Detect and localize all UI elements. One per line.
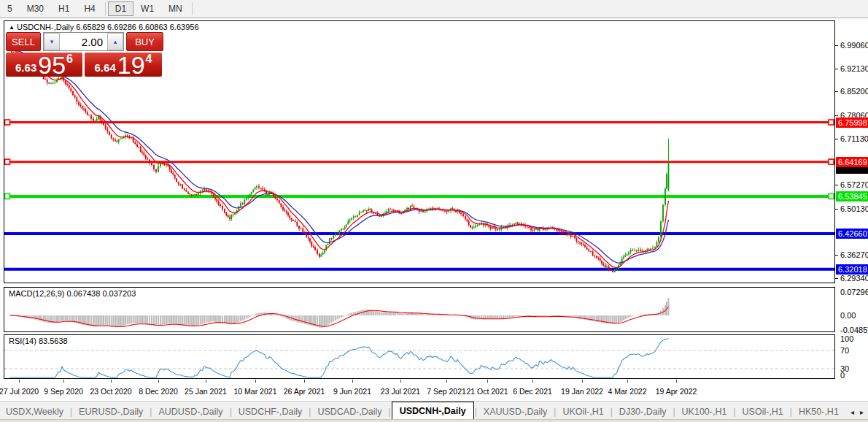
candle-body [364, 210, 365, 211]
date-axis-label: 9 Jun 2021 [333, 387, 371, 396]
candle-body [298, 226, 300, 229]
chart-tab-dj30[interactable]: DJ30-,Daily [613, 404, 673, 420]
chart-tab-uk100[interactable]: UK100-,H1 [676, 404, 733, 420]
price-axis-label: 6.71130 [840, 134, 868, 143]
line-handle-icon[interactable] [829, 120, 834, 125]
chart-tab-audusd[interactable]: AUDUSD-,Daily [152, 404, 228, 420]
volume-increase-icon[interactable]: ▴ [107, 33, 123, 50]
sell-button[interactable]: SELL [6, 32, 41, 51]
candle-body [66, 84, 68, 85]
timeframe-button-h4[interactable]: H4 [77, 1, 102, 16]
chart-tab-usdchf[interactable]: USDCHF-,Daily [233, 404, 309, 420]
timeframe-button-d1[interactable]: D1 [108, 1, 133, 16]
candle-body [247, 197, 249, 198]
volume-decrease-icon[interactable]: ▾ [44, 33, 60, 50]
candle-body [390, 210, 391, 210]
candle-body [393, 210, 395, 211]
candle-body [488, 226, 489, 227]
candle-body [342, 229, 344, 229]
ask-quote[interactable]: 6.64 19 4 [85, 53, 162, 77]
candle-body [213, 193, 214, 196]
macd-axis-label: 0.072963 [840, 288, 868, 296]
date-tick [446, 380, 447, 383]
candle-body [302, 229, 303, 233]
candle-body [576, 238, 577, 241]
candle-body [328, 244, 329, 245]
rsi-canvas[interactable] [4, 335, 834, 378]
candle-body [82, 106, 83, 109]
candle-body [194, 194, 195, 196]
bid-pip-digit: 6 [66, 53, 73, 66]
candle-body [274, 196, 276, 199]
candle-body [527, 226, 528, 227]
timeframe-button-mn[interactable]: MN [161, 1, 190, 16]
candle-body [198, 193, 199, 195]
chart-tab-usdx[interactable]: USDX,Weekly [0, 404, 69, 420]
candle-body [612, 270, 613, 272]
candle-body [465, 216, 466, 219]
candle-body [151, 163, 152, 165]
candle-body [588, 249, 589, 250]
chart-tab-usdcad[interactable]: USDCAD-,Daily [311, 404, 387, 420]
candle-body [93, 119, 94, 121]
buy-button[interactable]: BUY [126, 32, 163, 51]
tab-separator: | [733, 407, 735, 417]
candle-body [499, 229, 500, 230]
timeframe-button-5[interactable]: 5 [0, 1, 20, 16]
candle-body [592, 252, 594, 256]
candle-body [616, 269, 617, 269]
candle-body [149, 159, 150, 163]
line-handle-icon[interactable] [5, 193, 10, 199]
line-handle-icon[interactable] [829, 193, 834, 199]
timeframe-button-w1[interactable]: W1 [133, 1, 161, 16]
tab-scroll-arrows: ◂▸ [850, 408, 864, 416]
candle-body [468, 220, 470, 225]
candle-body [105, 125, 106, 129]
date-tick [304, 380, 305, 383]
candle-body [475, 226, 476, 227]
candle-body [490, 227, 492, 229]
date-axis-label: 7 Sep 2021 [427, 387, 466, 396]
bid-quote[interactable]: 6.63 95 6 [6, 53, 82, 77]
candle-body [351, 218, 352, 220]
price-axis[interactable]: 6.990606.921306.852006.780606.711306.572… [835, 20, 868, 385]
price-axis-label: 6.99060 [840, 41, 868, 50]
candle-body [251, 192, 252, 193]
tab-scroll-right-icon[interactable]: ▸ [860, 408, 864, 416]
chart-tab-ukoil[interactable]: UKOil-,H1 [557, 404, 609, 420]
candle-body [120, 139, 121, 139]
date-tick [487, 380, 488, 383]
chart-tab-usoil[interactable]: USOil-,H1 [737, 404, 789, 420]
date-tick [582, 380, 583, 383]
timeframe-button-h1[interactable]: H1 [51, 1, 77, 16]
chart-tab-usdcnh[interactable]: USDCNH-,Daily [392, 402, 474, 421]
rsi-axis-label: 70 [840, 346, 849, 355]
candle-body [535, 229, 537, 230]
chart-tab-eurusd[interactable]: EURUSD-,Daily [73, 404, 149, 420]
price-axis-label: 6.85200 [840, 87, 868, 96]
one-click-trading-panel: SELL ▾ 2.00 ▴ BUY 6.63 95 6 6.64 19 4 [6, 32, 163, 77]
candle-body [182, 184, 183, 188]
candle-body [90, 115, 92, 119]
tab-scroll-left-icon[interactable]: ◂ [850, 408, 854, 416]
volume-field[interactable]: 2.00 [60, 33, 107, 50]
chart-tab-xauusd[interactable]: XAUUSD-,Daily [478, 404, 554, 420]
date-tick [19, 380, 20, 383]
date-tick [400, 380, 401, 383]
candle-body [116, 141, 117, 142]
rsi-axis-label: 0 [840, 371, 845, 380]
tab-separator: | [309, 407, 311, 417]
date-axis-label: 4 Mar 2022 [608, 387, 646, 396]
candle-body [660, 221, 662, 237]
line-handle-icon[interactable] [5, 159, 10, 164]
line-handle-icon[interactable] [829, 159, 834, 164]
chart-tab-hk50[interactable]: HK50-,H1 [793, 404, 845, 420]
candle-body [360, 212, 362, 212]
candle-body [346, 224, 347, 226]
timeframe-button-m30[interactable]: M30 [20, 1, 51, 16]
line-handle-icon[interactable] [5, 120, 10, 125]
candle-body [225, 212, 227, 215]
candle-body [430, 208, 431, 209]
candle-body [335, 234, 336, 236]
bid-prefix: 6.63 [15, 61, 36, 74]
